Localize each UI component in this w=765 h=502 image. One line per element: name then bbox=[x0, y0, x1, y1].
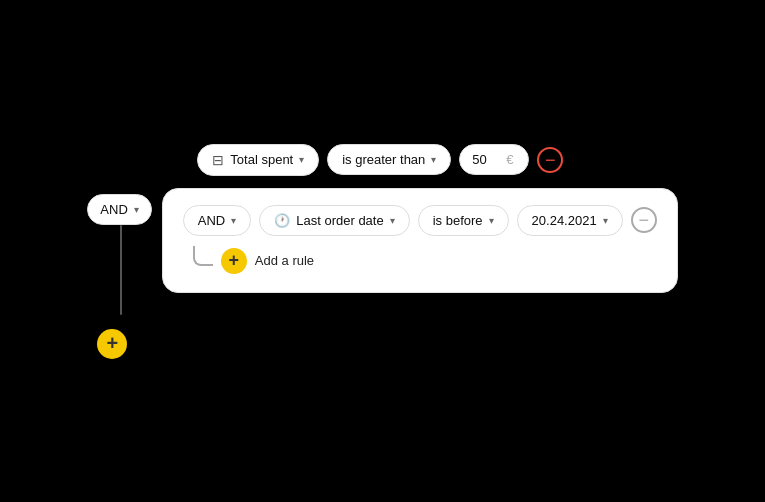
field-selector-total-spent[interactable]: ⊟ Total spent ▾ bbox=[197, 144, 319, 176]
vertical-connector-line bbox=[120, 225, 122, 315]
value-input[interactable] bbox=[472, 152, 502, 167]
add-rule-label: Add a rule bbox=[255, 253, 314, 268]
filter-row-1: ⊟ Total spent ▾ is greater than ▾ € − bbox=[87, 144, 677, 176]
minus-circle-icon: − bbox=[638, 211, 649, 229]
chevron-down-icon: ▾ bbox=[390, 215, 395, 226]
add-rule-container: + Add a rule bbox=[183, 246, 657, 276]
inner-and-label: AND bbox=[198, 213, 225, 228]
add-group-button[interactable]: + bbox=[97, 329, 127, 359]
chevron-down-icon: ▾ bbox=[431, 154, 436, 165]
add-group-plus-icon: + bbox=[107, 332, 119, 355]
chevron-down-icon: ▾ bbox=[489, 215, 494, 226]
condition-selector-greater[interactable]: is greater than ▾ bbox=[327, 144, 451, 175]
condition-selector-before[interactable]: is before ▾ bbox=[418, 205, 509, 236]
filter-group: AND ▾ 🕐 Last order date ▾ is before ▾ 20… bbox=[162, 188, 678, 293]
chevron-down-icon: ▾ bbox=[299, 154, 304, 165]
filter-row-2: AND ▾ 🕐 Last order date ▾ is before ▾ 20… bbox=[183, 205, 657, 236]
database-icon: ⊟ bbox=[212, 152, 224, 168]
outer-connector: AND ▾ bbox=[87, 188, 151, 315]
add-rule-plus-icon: + bbox=[221, 248, 247, 274]
inner-chevron-down-icon: ▾ bbox=[231, 215, 236, 226]
add-rule-connector bbox=[193, 246, 213, 266]
remove-row-2-button[interactable]: − bbox=[631, 207, 657, 233]
outer-chevron-down-icon: ▾ bbox=[134, 204, 139, 215]
outer-and-label: AND bbox=[100, 202, 127, 217]
condition-label: is greater than bbox=[342, 152, 425, 167]
date-value-button[interactable]: 20.24.2021 ▾ bbox=[517, 205, 623, 236]
add-rule-button[interactable]: + Add a rule bbox=[221, 246, 314, 276]
field-selector-last-order[interactable]: 🕐 Last order date ▾ bbox=[259, 205, 409, 236]
remove-row-1-button[interactable]: − bbox=[537, 147, 563, 173]
value-input-container: € bbox=[459, 144, 529, 175]
field-label: Total spent bbox=[230, 152, 293, 167]
filter-builder: ⊟ Total spent ▾ is greater than ▾ € − AN… bbox=[47, 124, 717, 379]
outer-and-button[interactable]: AND ▾ bbox=[87, 194, 151, 225]
condition-before-label: is before bbox=[433, 213, 483, 228]
clock-icon: 🕐 bbox=[274, 213, 290, 228]
last-order-field-label: Last order date bbox=[296, 213, 383, 228]
and-group-container: AND ▾ AND ▾ 🕐 Last order date ▾ is bbox=[87, 188, 677, 315]
currency-symbol: € bbox=[506, 152, 513, 167]
chevron-down-icon: ▾ bbox=[603, 215, 608, 226]
minus-circle-icon: − bbox=[545, 151, 556, 169]
date-value-label: 20.24.2021 bbox=[532, 213, 597, 228]
inner-and-button[interactable]: AND ▾ bbox=[183, 205, 251, 236]
add-group-row: + bbox=[87, 329, 677, 359]
